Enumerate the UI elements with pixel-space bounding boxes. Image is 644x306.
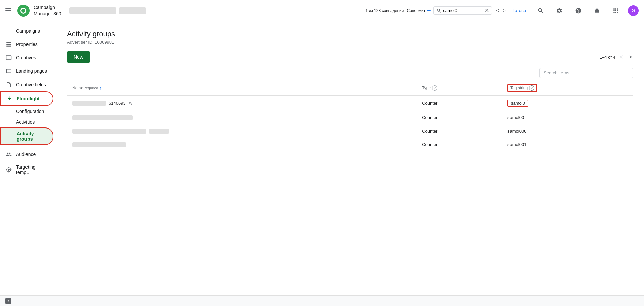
find-match-count: 1 из 123 совпадений xyxy=(366,8,404,13)
table-row: 6140693 ✎ Counter samol0 xyxy=(67,96,633,111)
tag-string-cell-3: samol000 xyxy=(502,124,633,138)
floodlight-icon xyxy=(6,95,13,102)
avatar[interactable]: G xyxy=(628,5,639,16)
pagination-next-button[interactable]: > xyxy=(627,52,633,62)
notifications-button[interactable] xyxy=(590,4,604,17)
find-nav: < > xyxy=(495,7,507,14)
type-cell-3: Counter xyxy=(417,124,502,138)
main-content: Activity groups Advertiser ID: 10069981 … xyxy=(56,21,644,306)
info-icon[interactable]: ! xyxy=(5,298,11,304)
sidebar-item-targeting-temp[interactable]: Targeting temp... xyxy=(0,161,53,178)
type-cell-4: Counter xyxy=(417,138,502,151)
top-bar-left: Campaign Manager 360 xyxy=(5,4,61,16)
app-title: Campaign Manager 360 xyxy=(34,4,61,16)
sidebar-item-landing-pages[interactable]: Landing pages xyxy=(0,64,53,78)
help-icon xyxy=(575,7,582,14)
hamburger-menu-button[interactable] xyxy=(5,7,13,15)
sidebar-label-configuration: Configuration xyxy=(16,109,44,114)
type-help-icon[interactable]: ? xyxy=(432,85,437,91)
campaigns-icon xyxy=(5,28,12,34)
sidebar-label-campaigns: Campaigns xyxy=(16,28,40,34)
sidebar-item-creatives[interactable]: Creatives xyxy=(0,51,53,64)
search-icon xyxy=(537,7,544,14)
type-cell-2: Counter xyxy=(417,111,502,124)
creative-fields-icon xyxy=(5,81,12,88)
top-bar: Campaign Manager 360 1 из 123 совпадений… xyxy=(0,0,644,21)
name-cell-3 xyxy=(67,124,417,138)
breadcrumb-item-1 xyxy=(69,7,116,14)
data-table: Name required ↑ Type ? Tag string xyxy=(67,81,633,151)
gear-icon xyxy=(556,7,563,14)
name-blurred-3 xyxy=(72,129,146,134)
sidebar-label-creative-fields: Creative fields xyxy=(16,82,46,87)
name-blurred-2 xyxy=(72,115,133,120)
settings-button[interactable] xyxy=(553,4,566,17)
tag-string-cell-2: samol00 xyxy=(502,111,633,124)
pagination: 1–4 of 4 < > xyxy=(600,52,633,62)
bottom-bar: ! xyxy=(0,295,644,306)
properties-icon xyxy=(5,41,12,48)
column-header-tag-string: Tag string ? xyxy=(502,81,633,96)
find-contains-badge xyxy=(427,10,431,11)
sidebar-label-floodlight: Floodlight xyxy=(17,96,40,101)
pagination-text: 1–4 of 4 xyxy=(600,55,615,60)
top-bar-actions: 1 из 123 совпадений Содержит ✕ < > Готов… xyxy=(366,4,639,17)
type-cell-1: Counter xyxy=(417,96,502,111)
toolbar: New 1–4 of 4 < > xyxy=(67,51,633,63)
find-next-button[interactable]: > xyxy=(501,7,507,14)
sidebar-sub-item-activity-groups[interactable]: Activity groups xyxy=(0,128,53,145)
breadcrumb xyxy=(61,7,366,14)
advertiser-id: Advertiser ID: 10069981 xyxy=(67,40,633,45)
column-header-type: Type ? xyxy=(417,81,502,96)
new-button[interactable]: New xyxy=(67,51,90,63)
name-suffix-1: 6140693 xyxy=(109,101,126,106)
find-input[interactable] xyxy=(443,8,483,13)
name-cell-1: 6140693 ✎ xyxy=(67,96,417,111)
name-blurred-1 xyxy=(72,101,106,106)
search-bar xyxy=(67,68,633,78)
search-input[interactable] xyxy=(539,68,633,78)
name-cell-4 xyxy=(67,138,417,151)
name-blurred-3b xyxy=(149,129,169,134)
tag-string-value-4: samol001 xyxy=(507,142,526,147)
table-row: Counter samol000 xyxy=(67,124,633,138)
find-prev-button[interactable]: < xyxy=(495,7,500,14)
sidebar-item-properties[interactable]: Properties xyxy=(0,38,53,51)
search-button[interactable] xyxy=(534,4,547,17)
pagination-prev-button[interactable]: < xyxy=(618,52,625,62)
sort-icon: ↑ xyxy=(99,85,102,91)
sidebar-label-targeting-temp: Targeting temp... xyxy=(16,164,48,175)
sidebar-sub-item-configuration[interactable]: Configuration xyxy=(0,106,53,117)
edit-icon-1[interactable]: ✎ xyxy=(128,101,132,106)
find-clear-button[interactable]: ✕ xyxy=(485,7,489,14)
layout: Campaigns Properties Creatives Landing p… xyxy=(0,21,644,306)
find-input-wrap: ✕ xyxy=(433,6,492,15)
table-row: Counter samol001 xyxy=(67,138,633,151)
name-cell-2 xyxy=(67,111,417,124)
sidebar-item-floodlight[interactable]: Floodlight xyxy=(0,91,53,106)
targeting-icon xyxy=(5,166,12,173)
page-header: Activity groups Advertiser ID: 10069981 xyxy=(67,30,633,45)
grid-icon xyxy=(612,7,619,14)
landing-pages-icon xyxy=(5,68,12,74)
sidebar-label-landing-pages: Landing pages xyxy=(16,68,47,74)
column-header-name: Name required ↑ xyxy=(67,81,417,96)
sidebar-sub-item-activities[interactable]: Activities xyxy=(0,117,53,128)
apps-button[interactable] xyxy=(609,4,623,17)
find-bar: 1 из 123 совпадений Содержит ✕ < > Готов… xyxy=(366,6,529,15)
sidebar-item-audience[interactable]: Audience xyxy=(0,148,53,161)
find-contains: Содержит xyxy=(407,8,431,13)
tag-string-value-3: samol000 xyxy=(507,129,526,134)
sidebar-label-activity-groups: Activity groups xyxy=(17,131,34,142)
table-row: Counter samol00 xyxy=(67,111,633,124)
breadcrumb-item-2 xyxy=(119,7,146,14)
sidebar-item-creative-fields[interactable]: Creative fields xyxy=(0,78,53,91)
tag-string-help-icon[interactable]: ? xyxy=(529,85,534,91)
sidebar-item-campaigns[interactable]: Campaigns xyxy=(0,24,53,38)
help-button[interactable] xyxy=(572,4,585,17)
find-done-button[interactable]: Готово xyxy=(510,7,529,14)
tag-string-value-2: samol00 xyxy=(507,115,524,120)
sidebar-label-creatives: Creatives xyxy=(16,55,36,60)
search-icon xyxy=(436,8,442,13)
sidebar-label-activities: Activities xyxy=(16,119,35,125)
